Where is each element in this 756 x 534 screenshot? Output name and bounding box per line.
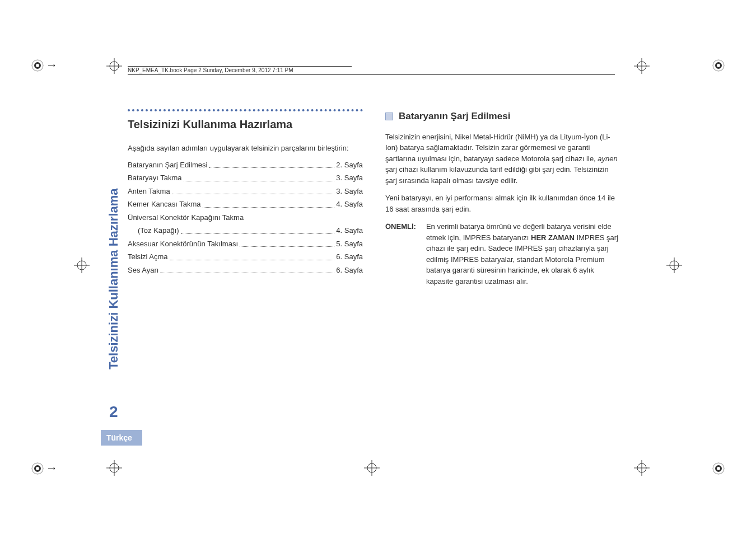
toc-title: Anten Takma — [128, 186, 170, 197]
registration-mark — [712, 59, 725, 72]
note-label: ÖNEMLİ: — [385, 221, 416, 287]
important-note: ÖNEMLİ: En verimli batarya ömrünü ve değ… — [385, 221, 620, 287]
toc-item: Aksesuar Konektörünün Takılması5. Sayfa — [128, 238, 363, 250]
header-rule — [128, 74, 615, 75]
toc-page: 6. Sayfa — [336, 265, 363, 276]
toc-title: Bataryayı Takma — [128, 172, 182, 184]
svg-point-2 — [36, 64, 39, 67]
toc-item: Anten Takma3. Sayfa — [128, 186, 363, 197]
book-header: NKP_EMEA_TK.book Page 2 Sunday, December… — [128, 66, 352, 73]
toc-item: Telsizi Açma6. Sayfa — [128, 251, 363, 263]
crosshair-icon — [106, 460, 122, 476]
toc-leader — [172, 186, 335, 195]
intro-text: Aşağıda sayılan adımları uygulayarak tel… — [128, 143, 363, 154]
toc-leader — [240, 238, 334, 247]
sidebar-title: Telsizinizi Kullanıma Hazırlama — [106, 188, 121, 369]
registration-mark — [712, 462, 725, 475]
crosshair-icon — [106, 58, 122, 74]
svg-point-11 — [717, 467, 720, 470]
toc-leader — [160, 265, 334, 274]
registration-mark — [31, 462, 44, 475]
page-content: Telsizinizi Kullanıma Hazırlama Aşağıda … — [128, 109, 620, 287]
sub-heading: Bataryanın Şarj Edilmesi — [385, 109, 620, 124]
page-number: 2 — [109, 403, 118, 421]
paragraph: Yeni bataryayı, en iyi performansı almak… — [385, 193, 620, 214]
crosshair-icon — [74, 257, 90, 273]
bold-text: HER ZAMAN — [531, 233, 575, 242]
crosshair-icon — [634, 460, 650, 476]
toc-leader — [184, 172, 335, 181]
text: şarj cihazı kullanım kılavuzunda tarif e… — [385, 165, 609, 185]
toc-list: Bataryanın Şarj Edilmesi2. SayfaBataryay… — [128, 160, 363, 276]
toc-title: (Toz Kapağı) — [138, 225, 179, 236]
toc-leader — [209, 160, 334, 168]
crosshair-icon — [364, 460, 380, 476]
toc-page: 2. Sayfa — [336, 160, 363, 171]
arrow-icon — [47, 464, 56, 473]
text: Telsizinizin enerjisini, Nikel Metal-Hid… — [385, 133, 610, 163]
toc-page: 4. Sayfa — [336, 199, 363, 210]
toc-item: Kemer Kancası Takma4. Sayfa — [128, 199, 363, 210]
toc-page: 5. Sayfa — [336, 238, 363, 250]
sub-heading-text: Bataryanın Şarj Edilmesi — [399, 109, 510, 124]
right-column: Bataryanın Şarj Edilmesi Telsizinizin en… — [385, 109, 620, 287]
note-body: En verimli batarya ömrünü ve değerli bat… — [426, 221, 620, 287]
arrow-icon — [47, 61, 56, 70]
toc-page: 3. Sayfa — [336, 186, 363, 197]
toc-title: Aksesuar Konektörünün Takılması — [128, 238, 238, 250]
toc-page: 4. Sayfa — [336, 225, 363, 236]
toc-leader — [203, 199, 335, 208]
toc-title: Telsizi Açma — [128, 251, 168, 263]
toc-item: Ses Ayarı6. Sayfa — [128, 265, 363, 276]
toc-title: Bataryanın Şarj Edilmesi — [128, 160, 207, 171]
registration-mark — [31, 59, 44, 72]
toc-page: 6. Sayfa — [336, 251, 363, 263]
svg-point-5 — [717, 64, 720, 67]
toc-page: 3. Sayfa — [336, 172, 363, 184]
svg-point-8 — [36, 467, 39, 470]
crosshair-icon — [634, 58, 650, 74]
toc-item: Üniversal Konektör Kapağını Takma — [128, 212, 363, 223]
main-heading: Telsizinizi Kullanıma Hazırlama — [128, 109, 363, 133]
emphasis: aynen — [598, 154, 617, 163]
toc-item: Bataryanın Şarj Edilmesi2. Sayfa — [128, 160, 363, 171]
toc-title: Üniversal Konektör Kapağını Takma — [128, 212, 244, 223]
toc-title: Ses Ayarı — [128, 265, 158, 276]
toc-leader — [170, 251, 335, 260]
toc-leader — [181, 225, 335, 234]
crosshair-icon — [666, 257, 682, 273]
square-icon — [385, 113, 393, 120]
language-box: Türkçe — [101, 430, 142, 446]
toc-item: (Toz Kapağı)4. Sayfa — [128, 225, 363, 236]
toc-item: Bataryayı Takma3. Sayfa — [128, 172, 363, 184]
toc-title: Kemer Kancası Takma — [128, 199, 201, 210]
left-column: Telsizinizi Kullanıma Hazırlama Aşağıda … — [128, 109, 363, 287]
paragraph: Telsizinizin enerjisini, Nikel Metal-Hid… — [385, 132, 620, 186]
